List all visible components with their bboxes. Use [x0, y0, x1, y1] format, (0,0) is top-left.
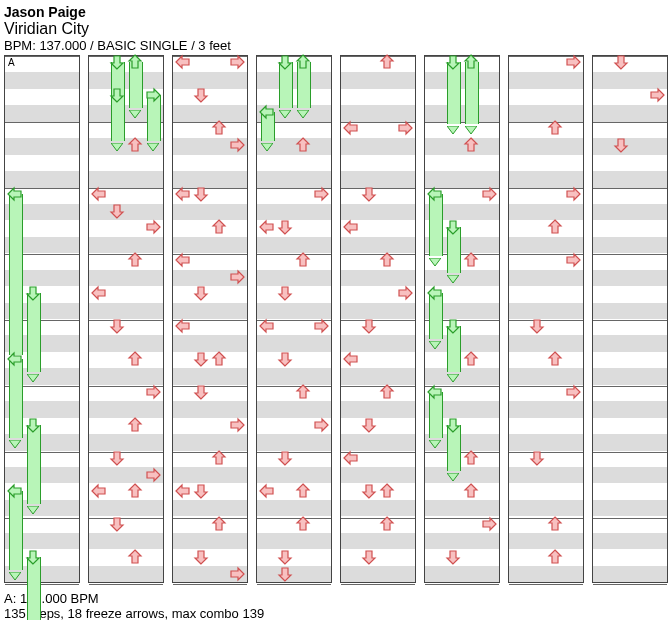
freeze-arrow-left [427, 285, 443, 301]
freeze-tail [447, 469, 459, 484]
tap-arrow-left [343, 219, 359, 235]
tap-arrow-up [295, 252, 311, 268]
tap-arrow-up [127, 252, 143, 268]
freeze-tail [447, 370, 459, 385]
bpm-marker-label: A: 137.000 BPM [4, 591, 672, 606]
tap-arrow-up [463, 450, 479, 466]
chart-column [256, 55, 332, 583]
tap-arrow-down [109, 450, 125, 466]
footer: A: 137.000 BPM 135 steps, 18 freeze arro… [4, 591, 672, 620]
tap-arrow-down [193, 351, 209, 367]
tap-arrow-right [145, 384, 161, 400]
chart-column [592, 55, 668, 583]
freeze-tail [9, 568, 21, 583]
freeze-body [9, 359, 23, 438]
tap-arrow-up [379, 384, 395, 400]
tap-arrow-up [547, 549, 563, 565]
freeze-tail [429, 254, 441, 269]
freeze-body [27, 557, 41, 620]
tap-arrow-down [361, 417, 377, 433]
tap-arrow-left [175, 186, 191, 202]
stats: 135 steps, 18 freeze arrows, max combo 1… [4, 606, 672, 620]
freeze-tail [297, 106, 309, 121]
tap-arrow-down [193, 384, 209, 400]
chart-column [172, 55, 248, 583]
tap-arrow-up [379, 483, 395, 499]
tap-arrow-down [361, 318, 377, 334]
tap-arrow-up [547, 120, 563, 136]
freeze-tail [429, 337, 441, 352]
tap-arrow-right [229, 137, 245, 153]
tap-arrow-left [175, 54, 191, 70]
tap-arrow-left [91, 186, 107, 202]
tap-arrow-left [259, 318, 275, 334]
tap-arrow-up [211, 516, 227, 532]
freeze-arrow-down [109, 54, 125, 70]
tap-arrow-down [529, 450, 545, 466]
tap-arrow-down [277, 549, 293, 565]
tap-arrow-down [277, 285, 293, 301]
chart-column [340, 55, 416, 583]
tap-arrow-down [109, 203, 125, 219]
chart-column [424, 55, 500, 583]
freeze-arrow-down [25, 285, 41, 301]
freeze-tail [465, 122, 477, 137]
tap-arrow-up [463, 137, 479, 153]
tap-arrow-right [397, 285, 413, 301]
tap-arrow-left [259, 483, 275, 499]
tap-arrow-down [361, 186, 377, 202]
tap-arrow-up [295, 516, 311, 532]
tap-arrow-down [613, 137, 629, 153]
tap-arrow-right [229, 417, 245, 433]
freeze-arrow-down [445, 417, 461, 433]
chart-column [508, 55, 584, 583]
chart-column: A [4, 55, 80, 583]
freeze-tail [129, 106, 141, 121]
tap-arrow-down [277, 219, 293, 235]
tap-arrow-up [127, 351, 143, 367]
tap-arrow-right [313, 417, 329, 433]
tap-arrow-up [211, 120, 227, 136]
freeze-body [447, 62, 461, 124]
tap-arrow-up [379, 516, 395, 532]
chart-column [88, 55, 164, 583]
tap-arrow-up [295, 483, 311, 499]
freeze-arrow-left [7, 483, 23, 499]
freeze-arrow-left [427, 186, 443, 202]
tap-arrow-down [361, 483, 377, 499]
freeze-body [27, 425, 41, 504]
tap-arrow-up [127, 549, 143, 565]
tap-arrow-left [175, 252, 191, 268]
tap-arrow-right [397, 120, 413, 136]
tap-arrow-left [91, 285, 107, 301]
tap-arrow-down [109, 318, 125, 334]
tap-arrow-down [277, 351, 293, 367]
tap-arrow-right [229, 269, 245, 285]
tap-arrow-down [193, 285, 209, 301]
tap-arrow-up [127, 417, 143, 433]
tap-arrow-down [193, 483, 209, 499]
freeze-arrow-left [7, 186, 23, 202]
tap-arrow-right [481, 186, 497, 202]
freeze-body [9, 194, 23, 355]
freeze-arrow-up [127, 54, 143, 70]
freeze-tail [279, 106, 291, 121]
tap-arrow-down [529, 318, 545, 334]
tap-arrow-up [295, 384, 311, 400]
tap-arrow-right [145, 219, 161, 235]
tap-arrow-left [259, 219, 275, 235]
tap-arrow-right [565, 252, 581, 268]
tap-arrow-up [211, 450, 227, 466]
tap-arrow-right [565, 186, 581, 202]
tap-arrow-down [277, 450, 293, 466]
freeze-arrow-down [25, 549, 41, 565]
freeze-arrow-up [295, 54, 311, 70]
freeze-arrow-down [25, 417, 41, 433]
tap-arrow-down [109, 516, 125, 532]
freeze-arrow-down [109, 87, 125, 103]
freeze-body [465, 62, 479, 124]
tap-arrow-right [313, 318, 329, 334]
song-title: Viridian City [4, 20, 672, 38]
tap-arrow-up [547, 516, 563, 532]
tap-arrow-down [193, 549, 209, 565]
